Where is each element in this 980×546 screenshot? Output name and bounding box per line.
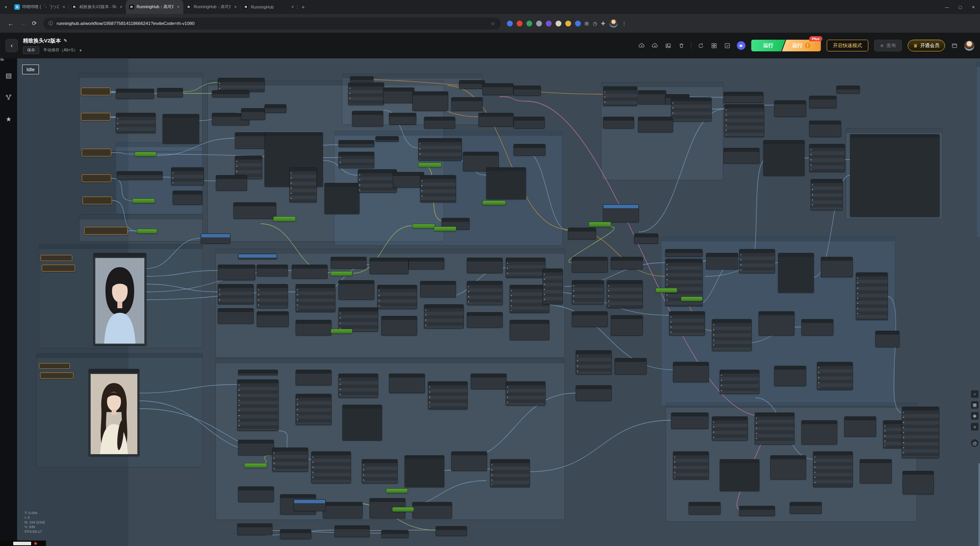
workflow-node[interactable]	[603, 86, 637, 106]
workflow-node[interactable]	[424, 304, 464, 328]
workflow-node[interactable]	[393, 172, 424, 188]
workflow-node[interactable]	[420, 281, 456, 297]
workflow-node[interactable]	[348, 83, 384, 105]
workflow-node[interactable]	[576, 350, 612, 374]
workflow-node[interactable]	[875, 331, 899, 347]
zoom-tool-icon[interactable]: ⌕	[971, 390, 979, 398]
workflow-node[interactable]	[338, 374, 378, 398]
workflow-node[interactable]	[479, 113, 514, 126]
workflow-node[interactable]	[116, 89, 154, 99]
workflow-node[interactable]	[809, 121, 841, 137]
workflow-node[interactable]	[342, 405, 382, 441]
workflow-node[interactable]	[163, 114, 199, 144]
quick-mode-button[interactable]: 开启快速模式	[827, 40, 868, 51]
workflow-node[interactable]	[418, 138, 462, 161]
workflow-node[interactable]	[216, 175, 247, 191]
close-window-icon[interactable]: ✕	[967, 0, 980, 14]
workflow-node[interactable]	[471, 374, 507, 389]
workflow-node[interactable]	[763, 140, 805, 176]
workflow-node[interactable]	[389, 374, 425, 393]
workflow-node[interactable]	[821, 257, 853, 277]
workflow-node[interactable]	[671, 97, 712, 121]
workflow-node[interactable]	[665, 249, 703, 257]
tab-close-icon[interactable]: ✕	[233, 4, 238, 10]
workflow-node[interactable]	[774, 366, 806, 386]
export-image-icon[interactable]	[664, 42, 672, 49]
workflow-node[interactable]	[201, 233, 230, 244]
workflow-node[interactable]	[611, 257, 643, 269]
workflow-node[interactable]	[611, 315, 643, 335]
workflow-node[interactable]	[774, 100, 806, 117]
workflow-node[interactable]	[790, 502, 822, 514]
highlighted-node[interactable]	[135, 152, 156, 156]
workflow-node[interactable]	[377, 285, 417, 309]
workflow-node[interactable]	[778, 253, 814, 293]
workflow-node[interactable]	[173, 191, 202, 205]
workflow-node[interactable]	[412, 91, 448, 111]
workflow-node[interactable]	[157, 88, 183, 97]
extensions-puzzle-icon[interactable]: ✚	[601, 21, 605, 26]
workflow-node[interactable]	[296, 394, 331, 425]
workflow-node[interactable]	[311, 451, 351, 483]
workflow-node[interactable]	[634, 233, 658, 244]
tab-search-icon[interactable]: ▾	[0, 0, 12, 14]
forward-icon[interactable]: →	[20, 20, 26, 27]
extension-icon[interactable]	[536, 21, 542, 26]
cloud-download-icon[interactable]	[651, 42, 659, 49]
workflow-node[interactable]	[171, 167, 204, 185]
browser-tab[interactable]: RRunningHub：高可用性云端...✕	[183, 0, 240, 14]
input-node[interactable]	[82, 174, 111, 182]
workflow-node[interactable]	[673, 451, 709, 479]
highlighted-node[interactable]	[386, 488, 408, 493]
input-node[interactable]	[84, 227, 128, 235]
workflow-node[interactable]	[408, 258, 444, 269]
extension-icon[interactable]	[575, 21, 581, 26]
workflow-node[interactable]	[428, 381, 468, 409]
highlighted-node[interactable]	[331, 329, 352, 334]
workflow-node[interactable]	[860, 459, 892, 483]
workflow-node[interactable]	[809, 144, 845, 172]
workflow-node[interactable]	[352, 111, 383, 126]
highlighted-node[interactable]	[331, 271, 352, 276]
workflow-node[interactable]	[615, 358, 647, 374]
workflow-node[interactable]	[296, 284, 335, 312]
workflow-node[interactable]	[811, 179, 843, 210]
favorites-icon[interactable]: ★	[5, 115, 12, 123]
workflow-node[interactable]	[490, 459, 530, 487]
highlighted-node[interactable]	[482, 200, 506, 205]
browser-tab[interactable]: RRunningHub✕	[240, 0, 298, 14]
portrait-preview-node[interactable]	[93, 253, 146, 346]
site-info-icon[interactable]: ⓘ	[49, 20, 53, 27]
workflow-node[interactable]	[257, 284, 288, 308]
autosave-menu[interactable]: 手动保存（Alt+S） ▾	[43, 47, 82, 53]
workflow-node[interactable]	[801, 319, 833, 335]
workflow-node[interactable]	[506, 381, 545, 406]
workflow-node[interactable]	[350, 76, 373, 82]
workflow-node[interactable]	[720, 459, 759, 491]
highlighted-node[interactable]	[132, 198, 155, 203]
discord-icon[interactable]	[737, 41, 745, 50]
workflow-node[interactable]	[813, 451, 853, 487]
edit-title-icon[interactable]: ✎	[64, 38, 67, 43]
input-node[interactable]	[82, 149, 111, 156]
workflow-node[interactable]	[607, 280, 643, 308]
workflow-node[interactable]	[817, 362, 853, 390]
input-node[interactable]	[81, 113, 110, 121]
highlighted-node[interactable]	[244, 463, 267, 468]
workflow-node[interactable]	[712, 319, 752, 351]
workflow-node[interactable]	[117, 171, 163, 180]
workflow-list-icon[interactable]: ▤	[5, 72, 12, 79]
workflow-node[interactable]	[116, 113, 156, 133]
extension-icon[interactable]	[517, 21, 522, 26]
layout-grid-icon[interactable]	[710, 42, 718, 49]
run-button[interactable]: 运行	[751, 40, 785, 51]
workflow-node[interactable]	[218, 284, 254, 304]
grid-tool-icon[interactable]: ▦	[971, 401, 979, 409]
workflow-node[interactable]	[451, 97, 482, 111]
workflow-node[interactable]	[296, 320, 331, 335]
workflow-node[interactable]	[331, 257, 366, 269]
workflow-node[interactable]	[323, 502, 363, 518]
back-button[interactable]: ‹	[5, 39, 18, 52]
workflow-node[interactable]	[506, 258, 545, 278]
workflow-node[interactable]	[856, 272, 888, 320]
